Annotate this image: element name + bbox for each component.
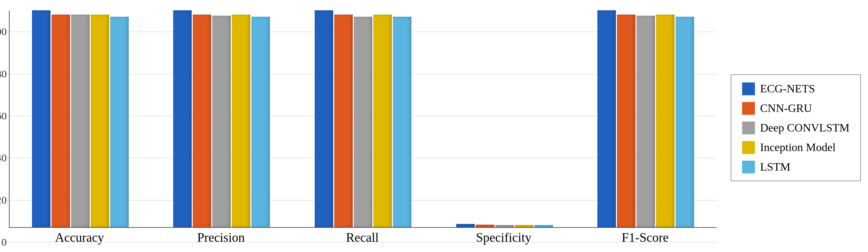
y-tick-label: 0 xyxy=(1,236,7,248)
bar xyxy=(476,225,494,227)
y-tick-label: 60 xyxy=(0,110,7,122)
x-label: Precision xyxy=(150,230,292,245)
bar xyxy=(515,225,533,227)
bar xyxy=(354,17,372,227)
plot-area: 020406080100 AccuracyPrecisionRecallSpec… xyxy=(9,11,717,245)
bar xyxy=(232,15,250,227)
chart-area: 020406080100 AccuracyPrecisionRecallSpec… xyxy=(7,11,717,245)
bar xyxy=(110,17,129,227)
legend-item: CNN-GRU xyxy=(742,102,850,115)
x-label: Recall xyxy=(292,230,433,245)
y-tick-label: 40 xyxy=(0,152,7,164)
bar xyxy=(373,15,392,227)
bar xyxy=(91,15,109,227)
legend-item: ECG-NETS xyxy=(742,82,850,95)
bar xyxy=(534,225,553,227)
legend-item: LSTM xyxy=(742,160,850,173)
legend-swatch xyxy=(742,161,755,173)
bar-group xyxy=(32,11,129,227)
x-label: F1-Score xyxy=(574,230,716,245)
bar xyxy=(334,15,353,227)
x-labels: AccuracyPrecisionRecallSpecificityF1-Sco… xyxy=(9,230,717,245)
bar xyxy=(173,10,192,227)
bar xyxy=(597,10,616,227)
bar xyxy=(32,10,50,227)
grid-line xyxy=(10,242,717,242)
bar xyxy=(251,17,270,227)
legend-swatch xyxy=(742,82,755,95)
bar xyxy=(393,17,411,227)
grid-and-bars: 020406080100 xyxy=(9,11,717,228)
legend-label: Deep CONVLSTM xyxy=(760,121,850,134)
legend-label: Inception Model xyxy=(760,141,835,154)
bar-group xyxy=(315,11,411,227)
legend: ECG-NETS CNN-GRU Deep CONVLSTM Inception… xyxy=(731,74,861,181)
x-label: Accuracy xyxy=(9,230,150,245)
bar-group xyxy=(173,11,270,227)
legend-swatch xyxy=(742,122,755,134)
bar-group xyxy=(597,11,694,227)
legend-item: Inception Model xyxy=(742,141,850,154)
y-tick-label: 100 xyxy=(0,26,7,38)
legend-label: CNN-GRU xyxy=(760,102,812,115)
bar xyxy=(656,15,675,227)
x-label: Specificity xyxy=(433,230,575,245)
bar xyxy=(193,15,211,227)
bar xyxy=(617,15,635,227)
bar xyxy=(315,10,333,227)
legend-swatch xyxy=(742,141,755,154)
chart-container: 020406080100 AccuracyPrecisionRecallSpec… xyxy=(0,0,868,252)
legend-label: ECG-NETS xyxy=(760,82,815,95)
y-tick-label: 80 xyxy=(0,68,7,80)
bar xyxy=(212,16,231,227)
legend-item: Deep CONVLSTM xyxy=(742,121,850,134)
bar xyxy=(52,15,70,227)
bar xyxy=(71,15,90,227)
legend-label: LSTM xyxy=(760,160,790,173)
bar xyxy=(495,225,514,227)
legend-swatch xyxy=(742,102,755,115)
bar xyxy=(456,224,475,227)
y-tick-label: 20 xyxy=(0,194,7,206)
bar xyxy=(637,16,655,227)
chart-body: 020406080100 AccuracyPrecisionRecallSpec… xyxy=(7,11,861,245)
bar-group xyxy=(456,11,553,227)
bar xyxy=(676,17,694,227)
